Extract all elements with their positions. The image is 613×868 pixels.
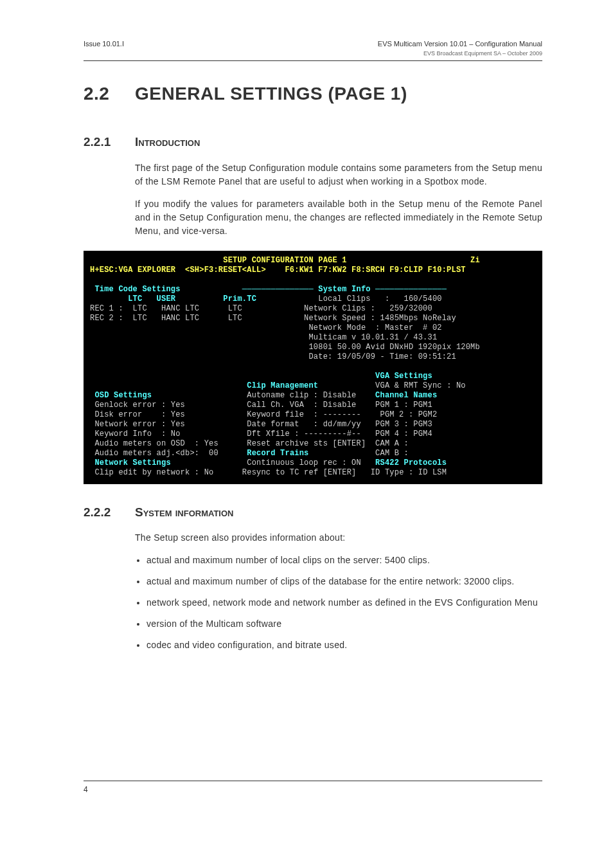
- intro-p2: If you modify the values for parameters …: [135, 197, 542, 238]
- term-sys-heading: System Info: [318, 285, 370, 294]
- term-chan-l5: CAM A :: [375, 439, 409, 448]
- term-tc-cols: LTC USER Prim.TC: [90, 294, 256, 303]
- term-nav-left: H+ESC:VGA EXPLORER <SH>F3:RESET<ALL>: [90, 266, 266, 275]
- term-sys-post: ───────────────: [371, 285, 447, 294]
- term-osd-l1: Genlock error : Yes: [90, 401, 185, 410]
- subsection-intro-num: 2.2.1: [84, 133, 135, 152]
- sysinfo-b3: network speed, network mode and network …: [147, 596, 542, 610]
- term-clip-l4: Date format : dd/mm/yy: [247, 420, 361, 429]
- sysinfo-b1: actual and maximum number of local clips…: [147, 554, 542, 567]
- term-chan-l4: PGM 4 : PGM4: [375, 429, 432, 439]
- page-header: Issue 10.01.I EVS Multicam Version 10.01…: [84, 39, 542, 58]
- section-title: 2.2GENERAL SETTINGS (PAGE 1): [84, 80, 542, 107]
- term-osd-l3: Network error : Yes: [90, 420, 185, 429]
- sysinfo-list: actual and maximum number of local clips…: [135, 554, 542, 652]
- subsection-sysinfo-num: 2.2.2: [84, 503, 135, 522]
- header-rule: [84, 60, 542, 61]
- term-sys-l2: Network Clips : 259/32000: [242, 304, 432, 313]
- term-rec-l1: Continuous loop rec : ON: [247, 458, 361, 467]
- term-title: SETUP CONFIGURATION PAGE 1: [90, 256, 347, 265]
- term-rec-l2: Resync to TC ref [ENTER]: [242, 468, 357, 477]
- term-osd-l5: Audio meters on OSD : Yes: [90, 439, 218, 448]
- term-tc-heading: Time Code Settings: [90, 285, 181, 294]
- footer-rule: [84, 781, 542, 781]
- sysinfo-intro: The Setup screen also provides informati…: [135, 531, 542, 545]
- term-osd-l4: Keyword Info : No: [90, 429, 181, 439]
- term-sys-l3: Network Speed : 1485Mbps NoRelay: [242, 314, 456, 323]
- term-sys-l5: Multicam v 10.01.31 / 43.31: [247, 333, 437, 342]
- term-clip-l2: Call Ch. VGA : Disable: [247, 401, 356, 410]
- subsection-intro-text: Introduction: [135, 135, 200, 149]
- term-clip-l1: Autoname clip : Disable: [247, 391, 356, 400]
- term-osd-l6: Audio meters adj.<db>: 00: [90, 449, 218, 458]
- term-sys-l6: 1080i 50.00 Avid DNxHD 1920pix 120Mb: [247, 343, 480, 352]
- sysinfo-b2: actual and maximum number of clips of th…: [147, 575, 542, 588]
- header-right-block: EVS Multicam Version 10.01 – Configurati…: [378, 39, 542, 58]
- term-clip-l6: Reset archive sts [ENTER]: [247, 439, 366, 448]
- term-osd-heading: OSD Settings: [90, 391, 152, 400]
- term-clip-l5: Dft Xfile : ---------#--: [247, 429, 361, 439]
- section-number: 2.2: [84, 80, 135, 107]
- term-tc-r1: REC 1 : LTC HANC LTC LTC: [90, 304, 242, 313]
- sysinfo-b4: version of the Multicam software: [147, 617, 542, 631]
- header-issue: Issue 10.01.I: [84, 39, 124, 58]
- header-main: EVS Multicam Version 10.01 – Configurati…: [378, 39, 542, 50]
- term-osd-l2: Disk error : Yes: [90, 410, 185, 419]
- subsection-sysinfo-text: System information: [135, 505, 233, 519]
- section-text: GENERAL SETTINGS (PAGE 1): [135, 84, 407, 104]
- header-sub: EVS Broadcast Equipment SA – October 200…: [378, 50, 542, 59]
- term-rs-l1: ID Type : ID LSM: [371, 468, 447, 477]
- term-net-l1: Clip edit by network : No: [90, 468, 213, 477]
- page-number: 4: [84, 785, 88, 794]
- term-sys-pre: ───────────────: [181, 285, 319, 294]
- term-vga-l1: VGA & RMT Sync : No: [375, 381, 466, 390]
- term-sys-l7: Date: 19/05/09 - Time: 09:51:21: [247, 352, 456, 361]
- term-chan-l6: CAM B :: [375, 449, 409, 458]
- subsection-sysinfo-heading: 2.2.2System information: [84, 503, 542, 522]
- term-zi: Zi: [470, 256, 480, 265]
- intro-body: The first page of the Setup Configuratio…: [135, 161, 542, 238]
- sysinfo-body: The Setup screen also provides informati…: [135, 531, 542, 652]
- term-clip-l3: Keyword file : --------: [247, 410, 361, 419]
- page-footer: 4: [84, 781, 542, 795]
- term-rs-heading: RS422 Protocols: [375, 458, 447, 467]
- term-tc-r2: REC 2 : LTC HANC LTC LTC: [90, 314, 242, 323]
- subsection-intro-heading: 2.2.1Introduction: [84, 133, 542, 152]
- intro-p1: The first page of the Setup Configuratio…: [135, 161, 542, 188]
- term-vga-heading: VGA Settings: [375, 372, 432, 381]
- term-sys-l4: Network Mode : Master # 02: [247, 323, 441, 332]
- term-chan-l3: PGM 3 : PGM3: [375, 420, 432, 429]
- term-chan-heading: Channel Names: [375, 391, 437, 400]
- term-rec-heading: Record Trains: [247, 449, 308, 458]
- term-chan-l2: PGM 2 : PGM2: [380, 410, 438, 419]
- term-clip-heading: Clip Management: [247, 381, 318, 390]
- term-sys-l1: Local Clips : 160/5400: [256, 294, 442, 303]
- term-chan-l1: PGM 1 : PGM1: [375, 401, 432, 410]
- terminal-screenshot: SETUP CONFIGURATION PAGE 1 Zi H+ESC:VGA …: [84, 251, 542, 484]
- term-nav-right: F6:KW1 F7:KW2 F8:SRCH F9:CLIP F10:PLST: [285, 266, 465, 275]
- term-net-heading: Network Settings: [90, 458, 171, 467]
- sysinfo-b5: codec and video configuration, and bitra…: [147, 638, 542, 652]
